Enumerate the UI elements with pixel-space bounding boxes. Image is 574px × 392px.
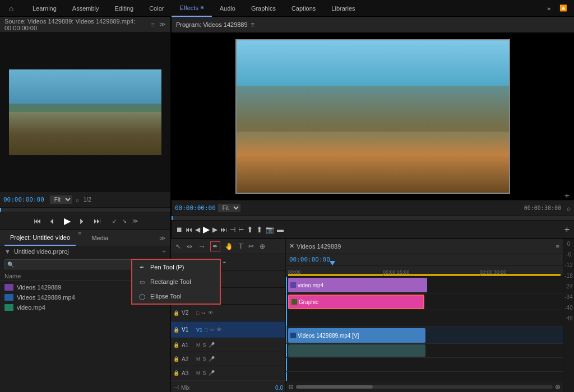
home-icon[interactable]: ⌂	[4, 2, 18, 15]
source-play-btn[interactable]: ▶	[62, 214, 73, 227]
track-mute-a1[interactable]: M	[196, 342, 201, 348]
track-mic-a1[interactable]: 🎤	[209, 342, 215, 348]
pen-tool-icon	[138, 263, 146, 271]
track-eye-v1[interactable]: 👁	[216, 326, 222, 333]
ellipse-tool-option[interactable]: ◯ Ellipse Tool	[132, 289, 220, 304]
clip-graphic-v3[interactable]: Graphic	[288, 295, 424, 309]
track-lock-v1[interactable]: 🔒	[173, 327, 179, 333]
source-monitor-menu[interactable]: ≡	[151, 21, 155, 28]
tl-snap-btn[interactable]: ⌁	[221, 258, 228, 267]
program-lift-btn[interactable]: ⬆	[247, 225, 253, 234]
source-timeline-bar[interactable]	[0, 207, 170, 212]
track-mute-a2[interactable]: M	[196, 356, 201, 362]
rectangle-tool-icon: ▭	[138, 278, 146, 286]
track-mic-a2[interactable]: 🎤	[209, 356, 215, 362]
nav-effects[interactable]: Effects ≡	[172, 0, 211, 17]
mix-transport-icon[interactable]: ⊣	[173, 384, 179, 391]
program-in-btn[interactable]: ⊣	[230, 226, 235, 234]
nav-color[interactable]: Color	[141, 0, 172, 17]
track-row-a1	[286, 344, 563, 358]
source-step-fwd-btn[interactable]: ⏭	[91, 216, 103, 226]
razor-tool[interactable]: ✂	[247, 241, 255, 251]
program-fit-select[interactable]: Fit	[218, 204, 240, 212]
source-insert-btn[interactable]: ↙	[111, 217, 118, 225]
timeline-sequence-menu[interactable]: ≡	[556, 243, 559, 250]
source-monitor-expand[interactable]: ≫	[159, 21, 166, 28]
program-add-track-btn[interactable]: +	[564, 225, 570, 235]
program-timeline-bar[interactable]	[172, 216, 574, 220]
project-collapse-icon[interactable]: ▼	[4, 248, 11, 255]
nav-assembly[interactable]: Assembly	[64, 0, 107, 17]
program-prev-btn[interactable]: ◀	[195, 226, 200, 234]
timeline-zoom-out-icon[interactable]: ⊖	[288, 383, 294, 391]
program-stop-btn[interactable]: ⏹	[176, 226, 183, 234]
timeline-playhead-row: 00:00:00:00	[286, 254, 563, 265]
project-expand-icon[interactable]: ≫	[159, 235, 166, 242]
clip-videos1429889-v1[interactable]: Videos 1429889.mp4 [V]	[288, 328, 425, 343]
hand-tool[interactable]: 🤚	[224, 241, 234, 251]
selection-tool[interactable]: ↖	[174, 241, 182, 251]
source-prev-btn[interactable]: ⏴	[47, 216, 58, 226]
track-lock-a2[interactable]: 🔒	[173, 356, 179, 362]
nav-audio[interactable]: Audio	[212, 0, 243, 17]
track-solo-a1[interactable]: S	[203, 342, 206, 348]
clip-audio-a1[interactable]	[288, 344, 425, 357]
pen-tool-option[interactable]: Pen Tool (P)	[132, 260, 220, 274]
program-extract-btn[interactable]: ⬆	[256, 225, 263, 234]
program-monitor: Program: Videos 1429889 ≡ 00:00:00:00 Fi…	[171, 17, 574, 238]
program-controls-bar: 00:00:00:00 Fit 00:00:30:00 ⌕	[172, 200, 574, 216]
export-icon[interactable]: 🔼	[557, 2, 570, 14]
track-lock-v2[interactable]: 🔒	[173, 310, 179, 316]
program-markers-btn[interactable]: ▬	[277, 226, 284, 234]
nav-right: » 🔼	[545, 2, 570, 14]
nav-captions[interactable]: Captions	[284, 0, 323, 17]
project-menu-icon[interactable]: ≡	[78, 230, 81, 246]
tab-media[interactable]: Media	[86, 230, 114, 246]
project-panel-header: Project: Untitled video ≡ Media ≫	[0, 230, 170, 246]
top-nav: ⌂ Learning Assembly Editing Color Effect…	[0, 0, 574, 17]
project-add-icon[interactable]: +	[163, 248, 166, 255]
program-zoom-icon[interactable]: ⌕	[567, 204, 571, 212]
timeline-zoom-in-icon[interactable]: ⊕	[555, 383, 561, 391]
nav-learning[interactable]: Learning	[25, 0, 64, 17]
meter-34: -34	[564, 294, 572, 300]
track-eye-v2[interactable]: 👁	[208, 310, 214, 316]
source-zoom-icon[interactable]: ⌕	[75, 195, 80, 204]
pen-tool[interactable]: ✒	[210, 241, 220, 251]
track-solo-a2[interactable]: S	[203, 356, 206, 362]
program-snap-btn[interactable]: 📷	[266, 226, 274, 234]
close-sequence-icon[interactable]: ✕	[289, 242, 294, 250]
slip-tool[interactable]: ⊕	[258, 241, 266, 251]
track-lock-a1[interactable]: 🔒	[173, 342, 179, 348]
track-lock-a3[interactable]: 🔒	[173, 370, 179, 376]
program-out-btn[interactable]: ⊢	[238, 226, 244, 234]
source-step-back-btn[interactable]: ⏮	[31, 216, 43, 226]
program-step-fwd-btn[interactable]: ⏭	[220, 226, 227, 234]
source-more-btn[interactable]: ≫	[131, 217, 139, 225]
source-next-btn[interactable]: ⏵	[76, 216, 88, 226]
forward-tool[interactable]: →	[197, 241, 207, 252]
track-mute-a3[interactable]: M	[196, 370, 201, 376]
nav-more-icon[interactable]: »	[545, 3, 553, 14]
nav-graphics[interactable]: Graphics	[243, 0, 284, 17]
program-next-btn[interactable]: ▶	[212, 226, 217, 234]
nav-editing[interactable]: Editing	[107, 0, 142, 17]
clip-videomp4-v4[interactable]: video.mp4	[288, 278, 427, 292]
program-play-btn[interactable]: ▶	[203, 224, 210, 235]
rectangle-tool-option[interactable]: ▭ Rectangle Tool	[132, 274, 220, 289]
timeline-scroll-bar[interactable]	[296, 385, 553, 389]
source-overwrite-btn[interactable]: ↘	[121, 217, 128, 225]
type-tool[interactable]: T	[238, 241, 244, 251]
tab-project[interactable]: Project: Untitled video	[4, 230, 76, 246]
item-icon-videomp4	[4, 304, 13, 311]
program-monitor-menu[interactable]: ≡	[251, 21, 254, 28]
track-vis-v1[interactable]: ↪	[210, 327, 214, 333]
track-mic-a3[interactable]: 🎤	[209, 370, 215, 376]
source-fit-select[interactable]: Fit	[50, 195, 72, 204]
ripple-edit-tool[interactable]: ⇔	[186, 241, 193, 251]
track-vis-v2[interactable]: ↪	[201, 310, 206, 316]
nav-libraries[interactable]: Libraries	[323, 0, 363, 17]
program-step-back-btn[interactable]: ⏮	[186, 226, 192, 234]
track-solo-a3[interactable]: S	[203, 370, 206, 376]
tool-dropdown: Pen Tool (P) ▭ Rectangle Tool ◯ Ellipse …	[131, 259, 221, 305]
